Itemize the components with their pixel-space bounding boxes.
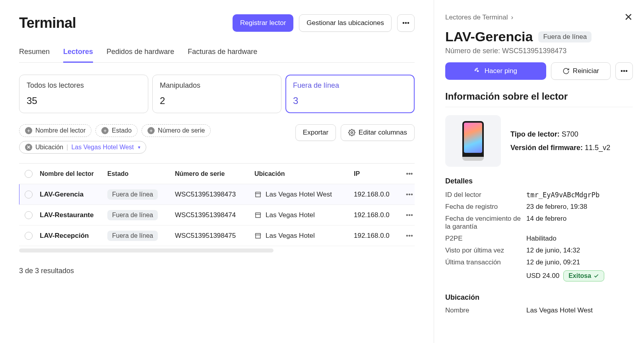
manage-locations-button[interactable]: Gestionar las ubicaciones [299,14,392,32]
cell-serial: WSC513951398475 [173,232,253,240]
chip-label: Nombre del lector [35,127,85,134]
ping-button[interactable]: Hacer ping [445,62,546,80]
cell-location: Las Vegas Hotel West [253,191,352,198]
restart-button[interactable]: Reiniciar [551,62,611,80]
serial-label: Número de serie: [445,47,500,55]
cell-location: Las Vegas Hotel [253,211,352,219]
table-row[interactable]: LAV-Gerencia Fuera de línea WSC513951398… [19,184,415,205]
x-circle-icon[interactable]: ✕ [25,144,32,151]
export-button[interactable]: Exportar [295,124,336,141]
reader-type-label: Tipo de lector: [510,130,560,138]
location-heading: Ubicación [445,293,633,302]
device-thumbnail [445,115,501,167]
row-checkbox[interactable] [25,191,33,198]
kv-value: 12 de junio, 14:32 [526,247,633,254]
details-heading: Detalles [445,177,633,185]
cell-location: Las Vegas Hotel [253,232,352,240]
filter-chip-serial[interactable]: + Número de serie [142,124,211,137]
kv-label: Última transacción [445,258,521,266]
separator: | [66,144,68,151]
table-row[interactable]: LAV-Restaurante Fuera de línea WSC513951… [19,205,415,225]
stat-card-offline[interactable]: Fuera de línea 3 [285,75,415,113]
horizontal-scrollbar[interactable] [19,249,274,252]
kv-label: P2PE [445,235,521,243]
stat-value: 35 [27,95,141,106]
badge-label: Exitosa [568,272,591,279]
chip-label: Estado [112,127,132,134]
reader-type-value: S700 [562,130,578,138]
register-reader-button[interactable]: Registrar lector [233,14,293,32]
detail-overflow-button[interactable]: ••• [615,62,633,80]
header-actions: Registrar lector Gestionar las ubicacion… [233,14,415,32]
firmware-value: 11.5_v2 [585,144,610,152]
stat-card-all[interactable]: Todos los lectores 35 [19,75,148,113]
tabs: Resumen Lectores Pedidos de hardware Fac… [19,48,415,63]
kv-label: Visto por última vez [445,247,521,254]
tab-hardware-invoices[interactable]: Facturas de hardware [188,48,257,62]
row-more-button[interactable]: ••• [400,191,415,198]
overflow-menu-button[interactable]: ••• [397,14,415,32]
kv-label: Fecha de vencimiento de la garantía [445,215,521,231]
chip-label: Número de serie [158,127,205,134]
kv-value: 23 de febrero, 19:38 [526,203,633,211]
filter-chip-location[interactable]: ✕ Ubicación | Las Vegas Hotel West ▾ [19,141,146,154]
more-horizontal-icon: ••• [621,67,628,75]
col-more[interactable]: ••• [400,170,415,177]
filters-row: + Nombre del lector + Estado + Número de… [19,124,415,154]
svg-point-0 [351,132,353,134]
location-grid: Nombre Las Vegas Hotel West [445,306,633,314]
gear-icon [348,129,355,136]
filter-chip-name[interactable]: + Nombre del lector [19,124,91,137]
close-button[interactable]: ✕ [624,11,633,23]
kv-value: 14 de febrero [526,215,633,223]
col-state[interactable]: Estado [106,170,173,177]
kv-value: 12 de junio, 09:21 [526,258,633,266]
breadcrumb-link[interactable]: Lectores de Terminal › [445,13,513,21]
col-serial[interactable]: Número de serie [173,170,253,177]
serial-line: Número de serie: WSC513951398473 [445,47,633,55]
chevron-right-icon: › [511,13,514,21]
cell-name: LAV-Restaurante [38,211,106,219]
row-checkbox[interactable] [25,211,33,219]
tab-hardware-orders[interactable]: Pedidos de hardware [107,48,174,62]
ping-icon [474,67,481,75]
status-badge: Fuera de línea [538,31,592,42]
row-more-button[interactable]: ••• [400,232,415,240]
tab-readers[interactable]: Lectores [63,48,93,63]
results-count: 3 de 3 resultados [19,267,415,275]
stat-card-tampered[interactable]: Manipulados 2 [152,75,281,113]
reader-info: Tipo de lector: S700 Versión del firmwar… [445,115,633,167]
kv-value: Habilitado [526,235,633,243]
serial-value: WSC513951398473 [502,47,566,55]
stat-label: Todos los lectores [27,81,141,90]
stat-value: 3 [293,95,407,106]
col-name[interactable]: Nombre del lector [38,170,106,177]
select-all-checkbox[interactable] [25,170,33,178]
main-panel: Terminal Registrar lector Gestionar las … [0,0,434,343]
chip-value: Las Vegas Hotel West [71,144,134,151]
tab-summary[interactable]: Resumen [19,48,50,62]
button-label: Hacer ping [485,67,517,75]
row-more-button[interactable]: ••• [400,211,415,219]
stat-value: 2 [160,95,274,106]
chevron-down-icon: ▾ [138,145,140,150]
amount-text: USD 24.00 [526,272,559,280]
detail-title-row: LAV-Gerencia Fuera de línea [445,29,633,44]
cell-serial: WSC513951398474 [173,211,253,219]
cell-ip: 192.168.0.0 [352,232,400,240]
details-grid: ID del lector tmr_EyA9vABcMdgrPb Fecha d… [445,191,633,281]
cell-serial: WSC513951398473 [173,191,253,198]
section-title-info: Información sobre el lector [445,91,633,107]
cell-ip: 192.168.0.0 [352,191,400,198]
edit-columns-button[interactable]: Editar columnas [341,124,415,141]
col-location[interactable]: Ubicación [253,170,352,177]
status-badge: Fuera de línea [107,231,158,241]
cell-name: LAV-Recepción [38,232,106,240]
table-row[interactable]: LAV-Recepción Fuera de línea WSC51395139… [19,225,415,246]
stat-label: Manipulados [160,81,274,90]
page-title: Terminal [19,15,76,31]
filter-chip-state[interactable]: + Estado [95,124,138,137]
detail-actions: Hacer ping Reiniciar ••• [445,62,633,80]
col-ip[interactable]: IP [352,170,400,177]
row-checkbox[interactable] [25,232,33,240]
